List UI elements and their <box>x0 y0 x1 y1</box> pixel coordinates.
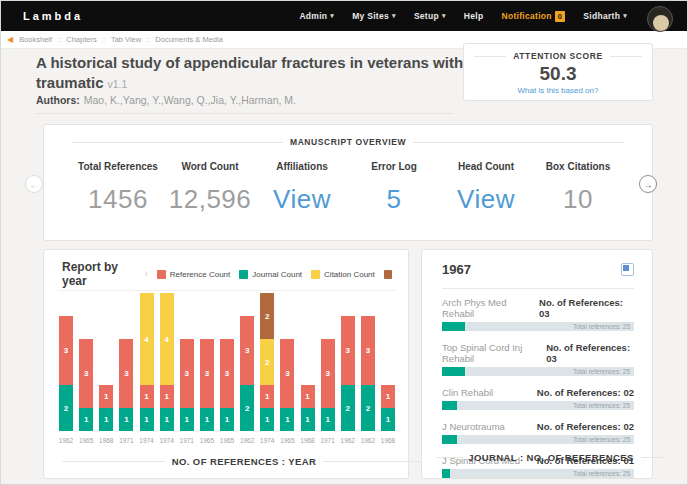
bar-segment[interactable]: 1 <box>200 408 214 431</box>
nav-item-setup[interactable]: Setup▾ <box>414 11 446 21</box>
chevron-down-icon: ▾ <box>392 12 396 20</box>
stacked-bar[interactable]: 13 <box>220 339 234 431</box>
rule-line <box>323 461 426 462</box>
stacked-bar[interactable]: 114 <box>160 293 174 431</box>
stat-value[interactable]: View <box>440 184 532 215</box>
bar-segment[interactable]: 1 <box>99 385 113 408</box>
stacked-bar[interactable]: 23 <box>59 316 73 431</box>
bar-segment[interactable]: 1 <box>260 408 274 431</box>
bar-column: 231962 <box>239 291 255 453</box>
bar-segment[interactable]: 1 <box>381 408 395 431</box>
bar-segment[interactable]: 1 <box>381 385 395 408</box>
bar-segment[interactable]: 3 <box>180 339 194 408</box>
bar-segment[interactable]: 3 <box>361 316 375 385</box>
bar-segment[interactable]: 1 <box>301 385 315 408</box>
nav-item-notification[interactable]: Notification0 <box>501 11 565 22</box>
bar-segment[interactable]: 1 <box>280 408 294 431</box>
bar-segment[interactable]: 3 <box>119 339 133 408</box>
bar-segment[interactable]: 3 <box>341 316 355 385</box>
nav-item-label: Help <box>464 11 484 21</box>
legend-item[interactable] <box>384 270 392 279</box>
stat-label: Total References <box>72 161 164 172</box>
bar-segment[interactable]: 1 <box>160 408 174 431</box>
stacked-bar[interactable]: 13 <box>200 339 214 431</box>
stacked-bar[interactable]: 23 <box>361 316 375 431</box>
bar-segment[interactable]: 1 <box>180 408 194 431</box>
bar-value-label: 1 <box>386 392 390 401</box>
legend-item-reference-count[interactable]: Reference Count <box>157 270 230 279</box>
breadcrumb-item[interactable]: Tab View <box>111 35 141 44</box>
stacked-bar[interactable]: 11 <box>99 385 113 431</box>
stacked-bar[interactable]: 13 <box>321 339 335 431</box>
back-arrow-icon[interactable]: ◀ <box>7 36 13 44</box>
bar-segment[interactable]: 1 <box>301 408 315 431</box>
breadcrumb-item[interactable]: Bookshelf <box>19 35 52 44</box>
stacked-bar[interactable]: 13 <box>79 339 93 431</box>
bar-segment[interactable]: 1 <box>99 408 113 431</box>
bar-segment[interactable]: 1 <box>260 385 274 408</box>
bar-segment[interactable]: 4 <box>160 293 174 385</box>
bar-segment[interactable]: 2 <box>260 339 274 385</box>
bar-segment[interactable]: 3 <box>200 339 214 408</box>
nav-item-sidharth[interactable]: Sidharth▾ <box>583 11 627 21</box>
bar-segment[interactable]: 3 <box>59 316 73 385</box>
bar-value-label: 1 <box>305 415 309 424</box>
bar-segment[interactable]: 2 <box>260 293 274 339</box>
bar-segment[interactable]: 2 <box>341 385 355 431</box>
legend-label: Reference Count <box>170 270 230 279</box>
total-references-label: Total references: 25 <box>573 368 630 375</box>
breadcrumb-item[interactable]: Chapters <box>66 35 96 44</box>
bar-segment[interactable]: 3 <box>321 339 335 408</box>
legend-item-citation-count[interactable]: Citation Count <box>311 270 375 279</box>
bar-segment[interactable]: 4 <box>140 293 154 385</box>
carousel-next-button[interactable]: → <box>639 175 657 193</box>
bar-segment[interactable]: 3 <box>220 339 234 408</box>
bar-segment[interactable]: 1 <box>160 385 174 408</box>
stacked-bar[interactable]: 23 <box>341 316 355 431</box>
attention-info-link[interactable]: What is this based on? <box>518 86 599 95</box>
chevron-down-icon: ▾ <box>330 12 334 20</box>
bar-segment[interactable]: 1 <box>79 408 93 431</box>
bar-segment[interactable]: 1 <box>220 408 234 431</box>
bar-segment[interactable]: 2 <box>361 385 375 431</box>
bar-segment[interactable]: 1 <box>119 408 133 431</box>
report-by-year-card: Report by year ‹ Reference CountJournal … <box>43 249 409 479</box>
bar-segment[interactable]: 1 <box>140 385 154 408</box>
bar-segment[interactable]: 3 <box>79 339 93 408</box>
bar-value-label: 1 <box>144 392 148 401</box>
stacked-bar[interactable]: 13 <box>119 339 133 431</box>
stacked-bar[interactable]: 23 <box>240 316 254 431</box>
bar-segment[interactable]: 2 <box>240 385 254 431</box>
legend-prev-icon[interactable]: ‹ <box>145 270 148 279</box>
references-progress-fill <box>442 435 457 444</box>
breadcrumb-item[interactable]: Documents & Media <box>155 35 223 44</box>
stacked-bar[interactable]: 114 <box>140 293 154 431</box>
stacked-bar[interactable]: 11 <box>381 385 395 431</box>
nav-item-help[interactable]: Help <box>464 11 484 21</box>
stacked-bar[interactable]: 1122 <box>260 293 274 431</box>
stacked-bar[interactable]: 11 <box>301 385 315 431</box>
chart-legend: ‹ Reference CountJournal CountCitation C… <box>145 270 400 279</box>
bar-value-label: 3 <box>325 369 329 378</box>
bar-segment[interactable]: 1 <box>140 408 154 431</box>
avatar[interactable] <box>647 6 673 32</box>
bar-segment[interactable]: 3 <box>280 339 294 408</box>
brand-logo[interactable]: Lambda <box>23 10 83 22</box>
legend-item-journal-count[interactable]: Journal Count <box>239 270 302 279</box>
nav-item-admin[interactable]: Admin▾ <box>299 11 334 21</box>
total-references-label: Total references: 25 <box>573 436 630 443</box>
breadcrumb-separator: :: <box>146 35 150 44</box>
bar-segment[interactable]: 3 <box>240 316 254 385</box>
stat-value: 10 <box>532 184 624 215</box>
nav-item-my-sites[interactable]: My Sites▾ <box>352 11 396 21</box>
stat-value[interactable]: 5 <box>348 184 440 215</box>
carousel-prev-button[interactable]: ← <box>25 175 43 193</box>
bar-value-label: 1 <box>185 415 189 424</box>
bar-column: 1141974 <box>159 291 175 453</box>
stacked-bar[interactable]: 13 <box>180 339 194 431</box>
stacked-bar[interactable]: 13 <box>280 339 294 431</box>
bar-segment[interactable]: 1 <box>321 408 335 431</box>
bar-segment[interactable]: 2 <box>59 385 73 431</box>
window-restore-icon[interactable] <box>621 263 634 276</box>
stat-value[interactable]: View <box>256 184 348 215</box>
